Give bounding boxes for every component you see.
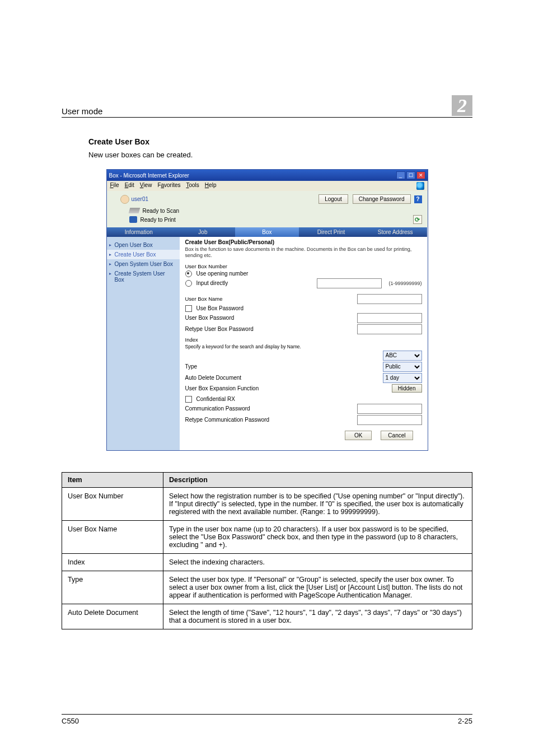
section-title: Create User Box [88,137,472,146]
logout-button[interactable]: Logout [318,194,348,204]
scanner-icon [128,208,140,213]
input-box-number[interactable] [317,278,382,288]
label-use-box-password: Use Box Password [196,305,243,311]
select-index[interactable]: ABC [383,351,422,361]
label-confidential-rx: Confidential RX [196,396,235,402]
radio-input-directly[interactable] [185,280,192,287]
status-scan: Ready to Scan [143,208,180,214]
footer-model: C550 [62,717,458,725]
close-icon[interactable]: ✕ [416,171,425,179]
menu-favorites[interactable]: Favorites [157,182,180,190]
cell-desc: Select the user box type. If "Personal" … [163,571,472,604]
hidden-button[interactable]: Hidden [392,384,422,393]
label-retype-comm-password: Retype Communication Password [185,417,270,423]
cell-item: Index [62,553,163,571]
page-footer: C550 2-25 [62,714,472,725]
menu-edit[interactable]: Edit [125,182,134,190]
chapter-number: 2 [452,95,472,116]
form-pane: Create User Box(Public/Personal) Box is … [180,237,428,450]
section-intro: New user boxes can be created. [88,151,472,159]
select-type[interactable]: Public [383,362,422,372]
checkbox-confidential-rx[interactable] [185,396,192,403]
description-table: Item Description User Box Number Select … [62,472,472,629]
label-user-box-name: User Box Name [185,296,223,302]
label-user-box-password: User Box Password [185,315,235,321]
checkbox-use-box-password[interactable] [185,305,192,312]
table-row: Index Select the indexing characters. [62,553,472,571]
table-row: User Box Number Select how the registrat… [62,487,472,520]
label-user-box-number: User Box Number [185,263,422,269]
tab-store-address[interactable]: Store Address [363,227,428,237]
cell-item: Type [62,571,163,604]
cell-item: User Box Number [62,487,163,520]
cell-item: User Box Name [62,520,163,553]
browser-window: Box - Microsoft Internet Explorer _ ☐ ✕ … [106,169,428,451]
sidebar-open-user-box[interactable]: Open User Box [107,240,180,250]
status-area: Ready to Scan Ready to Print ⟳ [107,205,428,227]
refresh-icon[interactable]: ⟳ [413,215,422,224]
input-user-box-password[interactable] [357,313,422,323]
ok-button[interactable]: OK [345,431,372,440]
user-icon [120,195,129,204]
menu-bar: File Edit View Favorites Tools Help [107,181,428,191]
sidebar-open-system-user-box[interactable]: Open System User Box [107,259,180,269]
user-name: user01 [132,196,149,202]
label-auto-delete: Auto Delete Document [185,375,242,381]
menu-file[interactable]: File [110,182,119,190]
top-banner: user01 Logout Change Password ? [107,191,428,205]
select-auto-delete[interactable]: 1 day [383,373,422,383]
sidebar-create-system-user-box[interactable]: Create System User Box [107,269,180,284]
window-title: Box - Microsoft Internet Explorer [109,172,396,179]
radio-use-opening[interactable] [185,270,192,277]
range-hint: (1-999999999) [388,281,421,286]
th-item: Item [62,472,163,487]
cell-item: Auto Delete Document [62,604,163,629]
help-icon[interactable]: ? [414,195,422,203]
minimize-icon[interactable]: _ [396,171,405,179]
index-desc: Specify a keyword for the search and dis… [185,344,301,349]
menu-tools[interactable]: Tools [186,182,199,190]
menu-help[interactable]: Help [205,182,217,190]
tab-direct-print[interactable]: Direct Print [299,227,363,237]
label-retype-user-box-password: Retype User Box Password [185,326,254,332]
label-expansion: User Box Expansion Function [185,385,259,391]
table-row: User Box Name Type in the user box name … [62,520,472,553]
input-user-box-name[interactable] [357,294,422,304]
tab-row: Information Job Box Direct Print Store A… [107,227,428,237]
table-row: Auto Delete Document Select the length o… [62,604,472,629]
sidebar-create-user-box[interactable]: Create User Box [107,250,180,259]
form-desc: Box is the function to save documents in… [185,246,422,259]
tab-information[interactable]: Information [107,227,171,237]
status-print: Ready to Print [140,217,176,223]
tab-job[interactable]: Job [171,227,235,237]
menu-view[interactable]: View [140,182,152,190]
sidebar: Open User Box Create User Box Open Syste… [107,237,180,450]
th-desc: Description [163,472,472,487]
radio-use-opening-label: Use opening number [196,270,249,277]
cancel-button[interactable]: Cancel [381,431,413,440]
label-type: Type [185,363,198,370]
form-title: Create User Box(Public/Personal) [185,239,422,245]
radio-input-directly-label: Input directly [196,280,228,286]
cell-desc: Type in the user box name (up to 20 char… [163,520,472,553]
cell-desc: Select the indexing characters. [163,553,472,571]
label-index: Index [185,337,422,343]
page-header: User mode 2 [62,95,472,118]
footer-page: 2-25 [458,717,472,725]
cell-desc: Select how the registration number is to… [163,487,472,520]
table-row: Type Select the user box type. If "Perso… [62,571,472,604]
tab-box[interactable]: Box [235,227,299,237]
change-password-button[interactable]: Change Password [353,194,411,204]
input-retype-comm-password[interactable] [357,415,422,425]
title-bar: Box - Microsoft Internet Explorer _ ☐ ✕ [107,170,428,181]
cell-desc: Select the length of time ("Save", "12 h… [163,604,472,629]
input-comm-password[interactable] [357,404,422,414]
input-retype-user-box-password[interactable] [357,324,422,334]
maximize-icon[interactable]: ☐ [406,171,415,179]
header-title: User mode [62,106,452,116]
ie-logo-icon [416,182,424,190]
printer-icon [129,216,137,223]
label-comm-password: Communication Password [185,405,250,412]
